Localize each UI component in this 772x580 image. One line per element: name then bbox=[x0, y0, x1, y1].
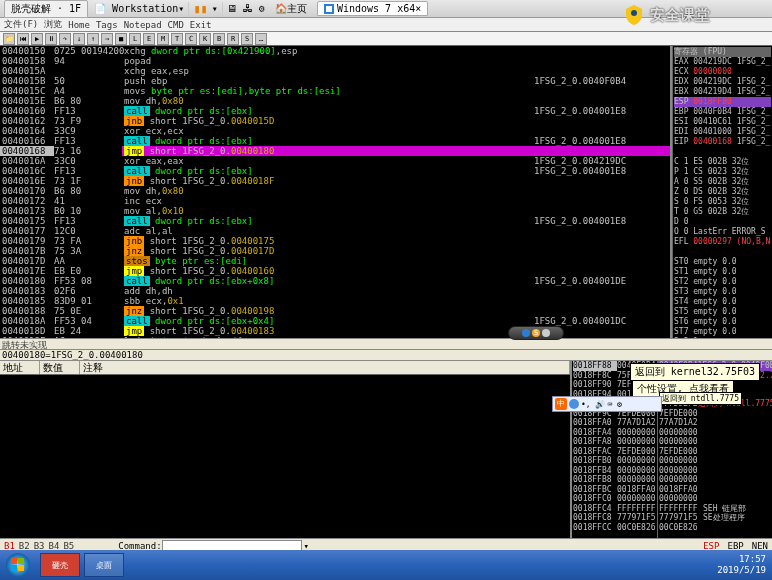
floating-lang-switcher[interactable]: S bbox=[508, 326, 564, 340]
disasm-row[interactable]: 0040017973 FAjnb short 1FSG_2_0.00400175 bbox=[0, 236, 670, 246]
disasm-row[interactable]: 0040015894popad bbox=[0, 56, 670, 66]
s-icon[interactable]: S bbox=[241, 33, 253, 45]
registers-pane[interactable]: 寄存器 (FPU)EAX 004219DC 1FSG_2_..ECX 00000… bbox=[672, 46, 772, 338]
stepinto-icon[interactable]: ↓ bbox=[73, 33, 85, 45]
dump-col-comment[interactable]: 注释 bbox=[80, 361, 570, 374]
chevron-down-icon: ▾ bbox=[178, 3, 184, 14]
disasm-row[interactable]: 0040015B50push ebp1FSG_2_0.0040F0B4 bbox=[0, 76, 670, 86]
dump-col-value[interactable]: 数值 bbox=[40, 361, 80, 374]
pause-icon[interactable]: ⏸ bbox=[45, 33, 57, 45]
ime-language-bar[interactable]: 中 •, 🔊 ⌨ ⚙ bbox=[552, 396, 662, 412]
stepout-icon[interactable]: ↑ bbox=[87, 33, 99, 45]
svg-rect-5 bbox=[18, 558, 24, 564]
ime-ch-icon[interactable]: 中 bbox=[555, 398, 567, 410]
l-icon[interactable]: L bbox=[129, 33, 141, 45]
b2-label[interactable]: B2 bbox=[19, 541, 30, 551]
rewind-icon[interactable]: ⏮ bbox=[17, 33, 29, 45]
svg-rect-1 bbox=[326, 6, 332, 12]
e-icon[interactable]: E bbox=[143, 33, 155, 45]
menu-tags[interactable]: Tags bbox=[96, 20, 118, 30]
address-resolve: 00400180=1FSG_2_0.00400180 bbox=[0, 350, 772, 361]
tab-vm-win7[interactable]: Windows 7 x64 × bbox=[317, 1, 428, 16]
disasm-row[interactable]: 0040017241inc ecx bbox=[0, 196, 670, 206]
disasm-row[interactable]: 0040018AFF53 04call dword ptr ds:[ebx+0x… bbox=[0, 316, 670, 326]
workstation-dropdown[interactable]: Workstation bbox=[112, 3, 178, 14]
vm-toolbar-icons[interactable]: 🖥 🖧 ⚙ bbox=[227, 3, 265, 14]
debug-toolbar: 📁 ⏮ ▶ ⏸ ↷ ↓ ↑ → ■ L E M T C K B R S … bbox=[0, 32, 772, 46]
run-icon[interactable]: → bbox=[101, 33, 113, 45]
command-dropdown-icon[interactable]: ▾ bbox=[304, 541, 309, 551]
reg-chip-nen[interactable]: NEN bbox=[752, 541, 768, 551]
menu-exit[interactable]: Exit bbox=[190, 20, 212, 30]
menu-notepad[interactable]: Notepad bbox=[124, 20, 162, 30]
disasm-row[interactable]: 0040018583D9 01sbb ecx,0x1 bbox=[0, 296, 670, 306]
tab-app[interactable]: 脱壳破解 · 1F bbox=[4, 0, 88, 18]
b5-label[interactable]: B5 bbox=[63, 541, 74, 551]
k-icon[interactable]: K bbox=[199, 33, 211, 45]
disasm-row[interactable]: 00400173B0 10mov al,0x10 bbox=[0, 206, 670, 216]
folder-icon[interactable]: 📁 bbox=[3, 33, 15, 45]
tray-time: 17:57 bbox=[717, 554, 766, 565]
dump-col-addr[interactable]: 地址 bbox=[0, 361, 40, 374]
t-icon[interactable]: T bbox=[171, 33, 183, 45]
disasm-row[interactable]: 0040017712C0adc al,al bbox=[0, 226, 670, 236]
disasm-row[interactable]: 0040018302F6add dh,dh bbox=[0, 286, 670, 296]
m-icon[interactable]: M bbox=[157, 33, 169, 45]
tooltip-return-kernel32: 返回到 kernel32.75F03 bbox=[630, 363, 760, 381]
recent-icon[interactable]: 📄 bbox=[94, 3, 106, 14]
reg-chip-ebp[interactable]: EBP bbox=[727, 541, 743, 551]
disasm-row[interactable]: 0040016433C9xor ecx,ecx bbox=[0, 126, 670, 136]
disasm-row[interactable]: 0040017B75 3Ajnz short 1FSG_2_0.0040017D bbox=[0, 246, 670, 256]
ellipsis-icon[interactable]: … bbox=[255, 33, 267, 45]
command-label: Command: bbox=[118, 541, 161, 551]
disasm-row[interactable]: 0040018FAClods byte ptr ds:[esi] bbox=[0, 336, 670, 338]
svg-rect-7 bbox=[18, 565, 24, 571]
disasm-row[interactable]: 0040015CA4movs byte ptr es:[edi],byte pt… bbox=[0, 86, 670, 96]
app-menubar: 文件(F) 浏览 Home Tags Notepad CMD Exit bbox=[0, 18, 772, 32]
vm-title-bar: 脱壳破解 · 1F 📄 Workstation ▾ ▮▮ ▾ 🖥 🖧 ⚙ 🏠 主… bbox=[0, 0, 772, 18]
stepover-icon[interactable]: ↷ bbox=[59, 33, 71, 45]
disasm-row[interactable]: 0040017EEB E0jmp short 1FSG_2_0.00400160 bbox=[0, 266, 670, 276]
disassembly-pane[interactable]: 004001500725 00194200xchg dword ptr ds:[… bbox=[0, 46, 672, 338]
windows-taskbar: 砸壳 桌面 17:57 2019/5/19 bbox=[0, 550, 772, 580]
b1-label[interactable]: B1 bbox=[4, 541, 15, 551]
taskbar-item-2[interactable]: 桌面 bbox=[84, 553, 124, 577]
reg-chip-esp[interactable]: ESP bbox=[703, 541, 719, 551]
taskbar-item-1[interactable]: 砸壳 bbox=[40, 553, 80, 577]
b4-label[interactable]: B4 bbox=[49, 541, 60, 551]
menu-browse[interactable]: 浏览 bbox=[44, 18, 62, 31]
disasm-row[interactable]: 0040015EB6 80mov dh,0x80 bbox=[0, 96, 670, 106]
b-icon[interactable]: B bbox=[213, 33, 225, 45]
memory-dump-pane[interactable]: 地址 数值 注释 bbox=[0, 361, 572, 538]
ime-globe-icon[interactable] bbox=[569, 399, 579, 409]
disasm-row[interactable]: 0040016E73 1Fjnb short 1FSG_2_0.0040018F bbox=[0, 176, 670, 186]
disasm-row[interactable]: 0040016CFF13call dword ptr ds:[ebx]1FSG_… bbox=[0, 166, 670, 176]
disasm-row[interactable]: 00400180FF53 08call dword ptr ds:[ebx+0x… bbox=[0, 276, 670, 286]
vm-pause-button[interactable]: ▮▮ bbox=[193, 2, 207, 16]
disasm-row[interactable]: 0040017DAAstos byte ptr es:[edi] bbox=[0, 256, 670, 266]
system-tray[interactable]: 17:57 2019/5/19 bbox=[717, 554, 772, 576]
disasm-row[interactable]: 0040016873 16jmp short 1FSG_2_0.00400180 bbox=[0, 146, 670, 156]
disasm-row[interactable]: 0040018DEB 24jmp short 1FSG_2_0.00400183 bbox=[0, 326, 670, 336]
tab-home[interactable]: 🏠 主页 bbox=[269, 1, 313, 17]
r-icon[interactable]: R bbox=[227, 33, 239, 45]
menu-home[interactable]: Home bbox=[68, 20, 90, 30]
disasm-row[interactable]: 0040018875 0Ejnz short 1FSG_2_0.00400198 bbox=[0, 306, 670, 316]
play-icon[interactable]: ▶ bbox=[31, 33, 43, 45]
disasm-row[interactable]: 00400160FF13call dword ptr ds:[ebx]1FSG_… bbox=[0, 106, 670, 116]
disasm-row[interactable]: 00400166FF13call dword ptr ds:[ebx]1FSG_… bbox=[0, 136, 670, 146]
svg-rect-6 bbox=[11, 565, 17, 571]
disasm-row[interactable]: 00400170B6 80mov dh,0x80 bbox=[0, 186, 670, 196]
disasm-row[interactable]: 0040016273 F9jnb short 1FSG_2_0.0040015D bbox=[0, 116, 670, 126]
disasm-row[interactable]: 0040016A33C0xor eax,eax1FSG_2_0.004219DC bbox=[0, 156, 670, 166]
stop-icon[interactable]: ■ bbox=[115, 33, 127, 45]
c-icon[interactable]: C bbox=[185, 33, 197, 45]
svg-rect-4 bbox=[11, 558, 17, 564]
disasm-row[interactable]: 00400175FF13call dword ptr ds:[ebx]1FSG_… bbox=[0, 216, 670, 226]
disasm-row[interactable]: 0040015Axchg eax,esp bbox=[0, 66, 670, 76]
disasm-row[interactable]: 004001500725 00194200xchg dword ptr ds:[… bbox=[0, 46, 670, 56]
menu-cmd[interactable]: CMD bbox=[168, 20, 184, 30]
menu-file[interactable]: 文件(F) bbox=[4, 18, 38, 31]
b3-label[interactable]: B3 bbox=[34, 541, 45, 551]
start-button[interactable] bbox=[0, 550, 36, 580]
